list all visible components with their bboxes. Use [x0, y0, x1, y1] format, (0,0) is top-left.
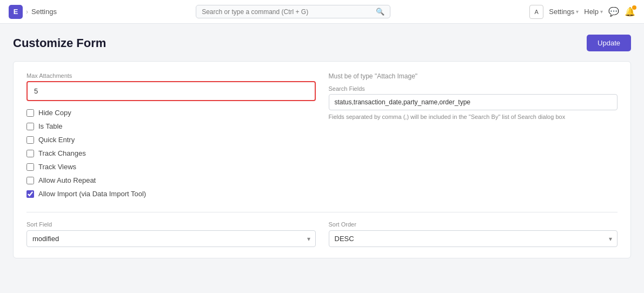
- breadcrumb-chevron: ›: [26, 8, 28, 16]
- track-views-label: Track Views: [38, 163, 76, 171]
- sort-field-col: Sort Field modified creation name: [26, 221, 316, 247]
- track-changes-label: Track Changes: [38, 149, 86, 157]
- max-attachments-input[interactable]: [29, 83, 314, 99]
- sort-order-col: Sort Order DESC ASC: [329, 221, 618, 247]
- allow-import-row: Allow Import (via Data Import Tool): [26, 190, 316, 198]
- track-views-row: Track Views: [26, 163, 316, 171]
- form-left-col: Max Attachments Hide Copy Is Table Quick…: [26, 72, 316, 203]
- sort-order-label: Sort Order: [329, 221, 618, 228]
- sort-field-label: Sort Field: [26, 221, 316, 228]
- hide-copy-row: Hide Copy: [26, 109, 316, 117]
- breadcrumb: Settings: [31, 8, 57, 16]
- sort-field-wrapper: modified creation name: [26, 230, 316, 247]
- search-fields-group: Search Fields Fields separated by comma …: [329, 85, 618, 121]
- track-changes-checkbox[interactable]: [26, 150, 34, 157]
- notification-dot: [632, 5, 636, 10]
- search-fields-hint: Fields separated by comma (,) will be in…: [329, 113, 618, 121]
- form-right-col: Must be of type "Attach Image" Search Fi…: [329, 72, 618, 203]
- search-bar-container: 🔍: [196, 5, 390, 18]
- allow-import-checkbox[interactable]: [26, 190, 34, 198]
- page-header: Customize Form Update: [13, 35, 631, 51]
- settings-nav-button[interactable]: Settings ▾: [549, 8, 579, 16]
- is-table-label: Is Table: [38, 122, 63, 130]
- track-changes-row: Track Changes: [26, 149, 316, 157]
- allow-auto-repeat-checkbox[interactable]: [26, 177, 34, 184]
- app-logo: E: [9, 5, 23, 19]
- sort-order-select[interactable]: DESC ASC: [329, 230, 618, 247]
- sort-field-select[interactable]: modified creation name: [26, 230, 316, 247]
- allow-import-label: Allow Import (via Data Import Tool): [38, 190, 146, 198]
- search-bar[interactable]: 🔍: [196, 5, 390, 18]
- form-card: Max Attachments Hide Copy Is Table Quick…: [13, 61, 631, 258]
- topnav: E › Settings 🔍 A Settings ▾ Help ▾ 💬 🔔: [0, 0, 644, 24]
- allow-auto-repeat-label: Allow Auto Repeat: [38, 176, 96, 184]
- search-input[interactable]: [202, 8, 373, 16]
- is-table-checkbox[interactable]: [26, 123, 34, 130]
- chat-icon[interactable]: 💬: [608, 6, 619, 17]
- topnav-left: E › Settings: [9, 5, 57, 19]
- form-main-row: Max Attachments Hide Copy Is Table Quick…: [26, 72, 618, 203]
- max-attachments-group: Max Attachments: [26, 72, 316, 101]
- topnav-right: A Settings ▾ Help ▾ 💬 🔔: [529, 5, 635, 19]
- quick-entry-label: Quick Entry: [38, 136, 75, 144]
- page-title: Customize Form: [13, 36, 106, 50]
- search-fields-input[interactable]: [329, 94, 618, 110]
- settings-chevron-icon: ▾: [576, 9, 579, 15]
- help-nav-button[interactable]: Help ▾: [584, 8, 603, 16]
- main-content: Customize Form Update Max Attachments Hi…: [0, 24, 644, 293]
- quick-entry-checkbox[interactable]: [26, 136, 34, 144]
- sort-section: Sort Field modified creation name Sort O…: [26, 221, 618, 247]
- help-chevron-icon: ▾: [600, 9, 603, 15]
- notifications-bell[interactable]: 🔔: [625, 6, 635, 17]
- max-attachments-label: Max Attachments: [26, 72, 316, 79]
- search-icon: 🔍: [376, 8, 384, 16]
- track-views-checkbox[interactable]: [26, 163, 34, 171]
- hide-copy-checkbox[interactable]: [26, 109, 34, 117]
- sort-order-wrapper: DESC ASC: [329, 230, 618, 247]
- allow-auto-repeat-row: Allow Auto Repeat: [26, 176, 316, 184]
- search-fields-label: Search Fields: [329, 85, 618, 92]
- attach-image-info: Must be of type "Attach Image": [329, 72, 618, 80]
- quick-entry-row: Quick Entry: [26, 136, 316, 144]
- is-table-row: Is Table: [26, 122, 316, 130]
- section-divider: [26, 212, 618, 212]
- max-attachments-input-wrapper: [26, 81, 316, 101]
- update-button[interactable]: Update: [587, 35, 631, 51]
- hide-copy-label: Hide Copy: [38, 109, 71, 117]
- user-avatar: A: [529, 5, 543, 19]
